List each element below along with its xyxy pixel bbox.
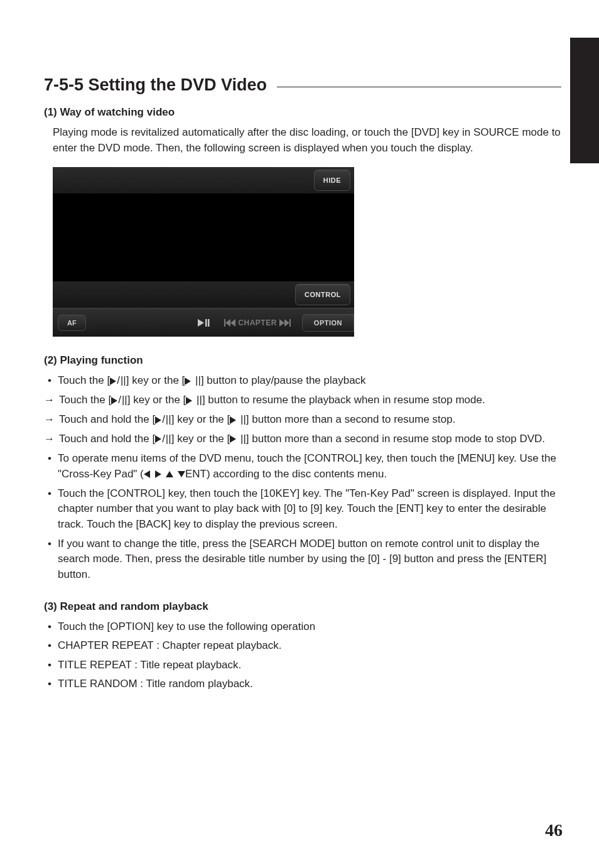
play-pause-icon: /|| — [110, 373, 126, 389]
page-number: 46 — [545, 820, 563, 840]
list-item: Touch the [CONTROL] key, then touch the … — [48, 486, 561, 533]
play-pause-icon: || — [185, 373, 201, 389]
dvd-screenshot: HIDE CONTROL AF CHAPTER OPTION — [53, 167, 354, 337]
repeat-random-list: Touch the [OPTION] key to use the follow… — [48, 619, 561, 693]
play-pause-indicator[interactable] — [198, 319, 210, 327]
subsection-3-title: (3) Repeat and random playback — [44, 600, 561, 613]
list-item: TITLE REPEAT : Title repeat playback. — [48, 658, 561, 673]
subsection-1-title: (1) Way of watching video — [44, 106, 561, 119]
list-item: To operate menu items of the DVD menu, t… — [48, 451, 561, 482]
screenshot-lower-bar: CONTROL — [53, 281, 354, 308]
control-button[interactable]: CONTROL — [295, 284, 350, 305]
list-item: CHAPTER REPEAT : Chapter repeat playback… — [48, 638, 561, 654]
play-pause-icon: /|| — [155, 412, 171, 428]
screenshot-video-area — [53, 193, 354, 281]
playing-function-list: Touch the [/||] key or the [ ||] button … — [48, 373, 561, 582]
list-item: If you want to change the title, press t… — [48, 536, 561, 583]
play-pause-icon: /|| — [111, 393, 127, 408]
af-button[interactable]: AF — [58, 315, 86, 331]
play-pause-icon: || — [230, 412, 246, 428]
list-item: Touch the [/||] key or the [ ||] button … — [48, 373, 561, 389]
chapter-label: CHAPTER — [238, 318, 277, 327]
list-item: Touch and hold the [/||] key or the [ ||… — [48, 412, 561, 428]
play-pause-icon: || — [186, 393, 202, 408]
hide-button[interactable]: HIDE — [314, 170, 350, 191]
list-item: Touch and hold the [/||] key or the [ ||… — [48, 431, 561, 447]
screenshot-top-bar: HIDE — [53, 167, 354, 193]
cross-key-icons — [144, 467, 185, 482]
list-item: TITLE RANDOM : Title random playback. — [48, 676, 561, 692]
option-button[interactable]: OPTION — [302, 314, 354, 332]
chapter-control[interactable]: CHAPTER — [224, 318, 291, 327]
subsection-1-body: Playing mode is revitalized automaticall… — [53, 125, 561, 156]
subsection-2-title: (2) Playing function — [44, 354, 561, 367]
side-tab — [570, 38, 599, 163]
play-pause-icon: /|| — [155, 431, 171, 447]
play-pause-icon: || — [230, 431, 246, 447]
section-heading: 7-5-5 Setting the DVD Video — [44, 75, 561, 95]
heading-rule — [277, 87, 561, 87]
heading-text: 7-5-5 Setting the DVD Video — [44, 75, 267, 95]
list-item: Touch the [OPTION] key to use the follow… — [48, 619, 561, 635]
list-item: Touch the [/||] key or the [ ||] button … — [48, 393, 561, 408]
screenshot-bottom-bar: AF CHAPTER OPTION — [53, 308, 354, 337]
